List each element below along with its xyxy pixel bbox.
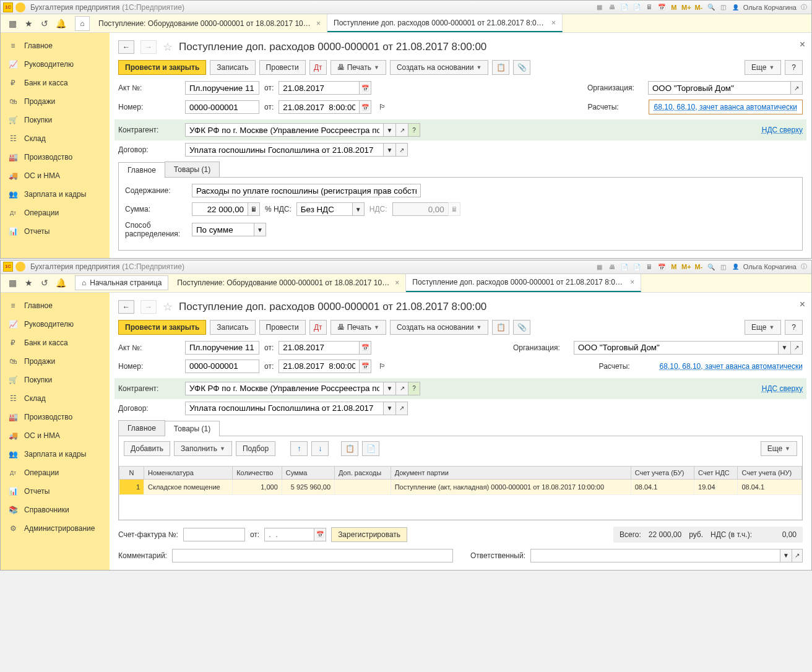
windows-icon[interactable]: ◫ (719, 2, 728, 12)
doc-icon[interactable]: 📄 (620, 262, 629, 272)
sidebar-item-manager[interactable]: 📈Руководителю (1, 55, 110, 74)
favorites-icon[interactable]: ★ (23, 18, 34, 29)
forward-button[interactable]: → (140, 300, 157, 314)
sidebar-item-reports[interactable]: 📊Отчеты (1, 222, 110, 241)
print-button[interactable]: 🖶Печать▼ (330, 320, 386, 335)
invoice-num-input[interactable] (183, 528, 245, 541)
memory-m[interactable]: M (669, 2, 679, 12)
print-button[interactable]: 🖶Печать▼ (330, 60, 386, 75)
open-btn[interactable]: ↗ (792, 549, 803, 562)
save-button[interactable]: Записать (210, 320, 255, 335)
contract-input[interactable] (185, 402, 383, 415)
calc-link[interactable]: 68.10, 68.10, зачет аванса автоматически (654, 103, 797, 111)
forward-button[interactable]: → (140, 40, 157, 54)
flag-icon[interactable]: 🏳 (379, 362, 386, 371)
open-btn[interactable]: ↗ (790, 81, 803, 95)
doc2-icon[interactable]: 📄 (632, 2, 642, 12)
subtab-main[interactable]: Главное (118, 162, 165, 178)
dropdown-btn[interactable]: ▼ (778, 341, 790, 355)
tab-1-close-icon[interactable]: × (316, 19, 321, 28)
memory-mminus[interactable]: M- (694, 262, 704, 272)
files-button[interactable]: 📋 (492, 60, 509, 75)
sidebar-item-assets[interactable]: 🚚ОС и НМА (1, 166, 110, 185)
tab-2[interactable]: Поступление доп. расходов 0000-000001 от… (327, 14, 563, 32)
move-down-button[interactable]: ↓ (311, 441, 329, 456)
post-button[interactable]: Провести (259, 60, 306, 75)
dropdown-btn[interactable]: ▼ (383, 123, 395, 137)
files-button[interactable]: 📋 (492, 320, 509, 335)
col-qty[interactable]: Количество (233, 466, 282, 479)
num-datetime-input[interactable] (279, 100, 359, 114)
post-close-button[interactable]: Провести и закрыть (118, 60, 206, 75)
help-button[interactable]: ? (785, 320, 803, 335)
memory-m[interactable]: M (669, 262, 679, 272)
doc-icon[interactable]: 📄 (620, 2, 629, 12)
print-icon[interactable]: 🖶 (607, 2, 617, 12)
tab-2[interactable]: Поступление доп. расходов 0000-000001 от… (406, 274, 641, 292)
star-icon[interactable]: ☆ (163, 40, 173, 54)
calc-btn[interactable]: 🖩 (248, 202, 260, 216)
sidebar-item-payroll[interactable]: 👥Зарплата и кадры (1, 185, 110, 204)
memory-mplus[interactable]: M+ (681, 2, 691, 12)
content-input[interactable] (192, 184, 421, 197)
dropdown-btn[interactable]: ▼ (352, 202, 365, 216)
calendar-btn[interactable]: 📅 (359, 81, 371, 95)
username[interactable]: Ольга Корчагина (743, 4, 797, 11)
num-input[interactable] (185, 100, 259, 114)
cell-qty[interactable]: 1,000 (233, 479, 282, 494)
sidebar-item-operations[interactable]: ДтОперации (1, 463, 110, 482)
attach-button[interactable]: 📎 (513, 320, 530, 335)
sidebar-item-reports[interactable]: 📊Отчеты (1, 482, 110, 501)
sidebar-item-production[interactable]: 🏭Производство (1, 408, 110, 426)
hint-btn[interactable]: ? (408, 382, 420, 395)
dtkt-button[interactable]: Дт (309, 60, 327, 75)
sidebar-item-main[interactable]: ≡Главное (1, 296, 110, 315)
back-button[interactable]: ← (118, 40, 134, 54)
sidebar-item-assets[interactable]: 🚚ОС и НМА (1, 426, 110, 445)
goods-table[interactable]: N Номенклатура Количество Сумма Доп. рас… (119, 466, 802, 520)
flag-icon[interactable]: 🏳 (379, 103, 386, 111)
col-sum[interactable]: Сумма (282, 466, 334, 479)
post-button[interactable]: Провести (259, 320, 306, 335)
tab-1[interactable]: Поступление: Оборудование 0000-000001 от… (171, 274, 406, 292)
comment-input[interactable] (172, 549, 453, 562)
sidebar-item-admin[interactable]: ⚙Администрирование (1, 519, 110, 538)
sidebar-item-sales[interactable]: 🛍Продажи (1, 92, 110, 111)
contract-input[interactable] (185, 143, 383, 157)
calendar-btn[interactable]: 📅 (314, 528, 326, 541)
memory-mplus[interactable]: M+ (681, 262, 691, 272)
cell-sum[interactable]: 5 925 960,00 (282, 479, 334, 494)
sidebar-item-bank[interactable]: ₽Банк и касса (1, 74, 110, 92)
dropdown-btn[interactable]: ▼ (780, 549, 791, 562)
home-tab[interactable]: ⌂Начальная страница (75, 275, 168, 290)
notify-icon[interactable]: 🔔 (55, 277, 66, 288)
table-more-button[interactable]: Еще▼ (761, 441, 797, 456)
sidebar-item-manager[interactable]: 📈Руководителю (1, 315, 110, 334)
act-date-input[interactable] (279, 341, 359, 355)
dtkt-button[interactable]: Дт (309, 320, 327, 335)
fill-button[interactable]: Заполнить▼ (174, 441, 232, 456)
history-icon[interactable]: ↺ (39, 277, 50, 288)
cell-extra[interactable] (335, 479, 391, 494)
contra-input[interactable] (185, 382, 383, 395)
tab-1-close-icon[interactable]: × (395, 278, 399, 287)
open-btn[interactable]: ↗ (790, 341, 803, 355)
attach-button[interactable]: 📎 (513, 60, 530, 75)
apps-icon[interactable]: ▦ (7, 18, 18, 29)
zoom-icon[interactable]: 🔍 (706, 2, 716, 12)
sidebar-item-main[interactable]: ≡Главное (1, 37, 110, 55)
dropdown-btn[interactable]: ▼ (383, 402, 395, 415)
close-doc-icon[interactable]: × (800, 39, 805, 50)
subtab-goods[interactable]: Товары (1) (165, 421, 220, 436)
org-input[interactable] (574, 341, 778, 355)
calc-link[interactable]: 68.10, 68.10, зачет аванса автоматически (660, 362, 803, 371)
history-icon[interactable]: ↺ (39, 18, 50, 29)
invoice-date-input[interactable] (264, 528, 314, 541)
back-button[interactable]: ← (118, 300, 134, 314)
act-input[interactable] (185, 341, 259, 355)
more-button[interactable]: Еще▼ (745, 60, 781, 75)
create-based-button[interactable]: Создать на основании▼ (390, 320, 488, 335)
calendar-icon[interactable]: 📅 (657, 262, 667, 272)
calc-icon[interactable]: 🖩 (644, 262, 654, 272)
subtab-main[interactable]: Главное (118, 420, 165, 436)
